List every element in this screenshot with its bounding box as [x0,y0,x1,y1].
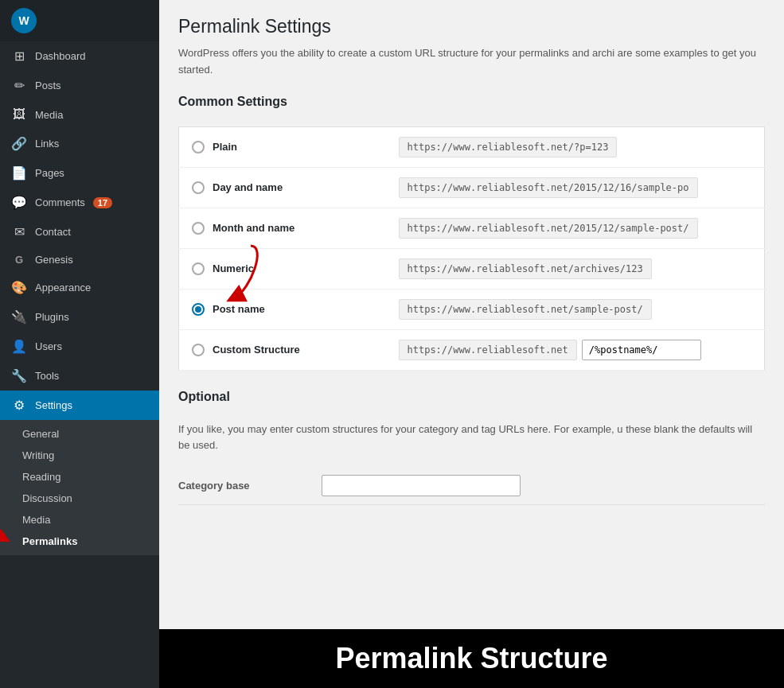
contact-icon: ✉ [11,224,27,239]
optional-title: Optional [178,390,765,409]
sidebar-item-label: Appearance [35,282,91,293]
plugins-icon: 🔌 [11,309,27,325]
optional-fields-table: Category base [178,467,765,505]
users-icon: 👤 [11,339,27,354]
sidebar-item-label: Links [35,138,59,150]
dashboard-icon: ⊞ [11,49,27,64]
posts-icon: ✏ [11,78,27,93]
tools-icon: 🔧 [11,368,27,383]
sidebar-item-media[interactable]: 🖼 Media [0,100,159,129]
sidebar-item-users[interactable]: 👤 Users [0,332,159,361]
comments-badge: 17 [93,197,112,208]
appearance-icon: 🎨 [11,280,27,295]
day-name-radio-label[interactable]: Day and name [192,181,373,194]
table-row: Numeric https://www.reliablesoft.net/arc… [179,248,765,289]
table-row: Plain https://www.reliablesoft.net/?p=12… [179,126,765,167]
sidebar-item-label: Settings [35,399,72,411]
sidebar-sub-item-media[interactable]: Media [0,509,159,531]
numeric-url: https://www.reliablesoft.net/archives/12… [399,258,652,279]
sidebar-item-comments[interactable]: 💬 Comments 17 [0,188,159,217]
day-name-radio[interactable] [192,181,205,194]
post-name-radio[interactable] [192,303,205,316]
sidebar-arrow-icon [0,524,8,552]
plain-url: https://www.reliablesoft.net/?p=123 [399,137,618,157]
sidebar-item-settings[interactable]: ⚙ Settings [0,391,159,420]
sidebar-item-label: Users [35,340,62,352]
custom-structure-input[interactable] [582,340,701,360]
plain-label: Plain [213,141,237,153]
numeric-radio-label[interactable]: Numeric [192,262,373,275]
sidebar-item-label: Tools [35,370,59,382]
common-settings-title: Common Settings [178,95,765,114]
pages-icon: 📄 [11,165,27,181]
numeric-label: Numeric [213,262,254,274]
sidebar-item-tools[interactable]: 🔧 Tools [0,361,159,391]
month-name-url: https://www.reliablesoft.net/2015/12/sam… [399,218,698,239]
sidebar-item-label: Posts [35,80,61,91]
wp-logo-icon: W [11,8,37,33]
main-content: Permalink Settings WordPress offers you … [159,0,784,688]
watermark-banner: Permalink Structure [159,629,784,688]
month-name-radio[interactable] [192,222,205,235]
sidebar-sub-item-reading[interactable]: Reading [0,466,159,488]
custom-structure-radio[interactable] [192,344,205,356]
sidebar: W ⊞ Dashboard ✏ Posts 🖼 Media 🔗 Links 📄 … [0,0,159,688]
sidebar-logo: W [0,0,159,41]
table-row: Custom Structure https://www.reliablesof… [179,329,765,370]
optional-description: If you like, you may enter custom struct… [178,422,765,455]
table-row: Day and name https://www.reliablesoft.ne… [179,167,765,208]
sidebar-item-label: Contact [35,226,71,238]
day-name-url: https://www.reliablesoft.net/2015/12/16/… [399,177,698,198]
numeric-radio[interactable] [192,262,205,275]
custom-structure-radio-label[interactable]: Custom Structure [192,344,373,356]
custom-structure-label: Custom Structure [213,344,300,356]
table-row: Category base [178,467,765,505]
page-description: WordPress offers you the ability to crea… [178,45,765,79]
sidebar-item-label: Genesis [35,254,73,266]
month-name-label: Month and name [213,222,294,234]
sidebar-item-dashboard[interactable]: ⊞ Dashboard [0,41,159,71]
links-icon: 🔗 [11,136,27,151]
plain-radio-label[interactable]: Plain [192,141,373,154]
sidebar-item-contact[interactable]: ✉ Contact [0,217,159,247]
month-name-radio-label[interactable]: Month and name [192,222,373,235]
category-base-label: Category base [178,467,322,505]
page-title: Permalink Settings [178,16,765,37]
custom-structure-url-group: https://www.reliablesoft.net [399,340,752,360]
post-name-radio-label[interactable]: Post name [192,303,373,316]
permalink-options-table: Plain https://www.reliablesoft.net/?p=12… [178,126,765,371]
category-base-input[interactable] [322,475,521,496]
settings-icon: ⚙ [11,398,27,413]
sidebar-sub-item-discussion[interactable]: Discussion [0,488,159,509]
custom-structure-url-base: https://www.reliablesoft.net [399,340,577,360]
sidebar-item-pages[interactable]: 📄 Pages [0,158,159,188]
post-name-label: Post name [213,303,265,315]
sidebar-item-posts[interactable]: ✏ Posts [0,71,159,100]
day-name-label: Day and name [213,181,283,193]
plain-radio[interactable] [192,141,205,154]
media-icon: 🖼 [11,107,27,122]
sidebar-sub-item-general[interactable]: General [0,423,159,445]
watermark-text: Permalink Structure [335,642,607,674]
sidebar-sub-item-writing[interactable]: Writing [0,445,159,466]
sidebar-item-plugins[interactable]: 🔌 Plugins [0,302,159,332]
sidebar-item-links[interactable]: 🔗 Links [0,129,159,158]
post-name-url: https://www.reliablesoft.net/sample-post… [399,299,652,320]
sidebar-item-label: Plugins [35,311,69,323]
settings-sub-menu: General Writing Reading Discussion Media… [0,420,159,555]
comments-icon: 💬 [11,195,27,210]
sidebar-sub-item-permalinks[interactable]: Permalinks [0,531,159,552]
sidebar-item-appearance[interactable]: 🎨 Appearance [0,273,159,302]
table-row: Month and name https://www.reliablesoft.… [179,208,765,248]
sidebar-item-label: Pages [35,167,64,179]
sidebar-item-label: Media [35,109,63,121]
sidebar-item-label: Comments [35,196,85,208]
sidebar-item-label: Dashboard [35,50,86,62]
table-row: Post name https://www.reliablesoft.net/s… [179,289,765,329]
sidebar-item-genesis[interactable]: G Genesis [0,247,159,273]
genesis-icon: G [11,254,27,266]
